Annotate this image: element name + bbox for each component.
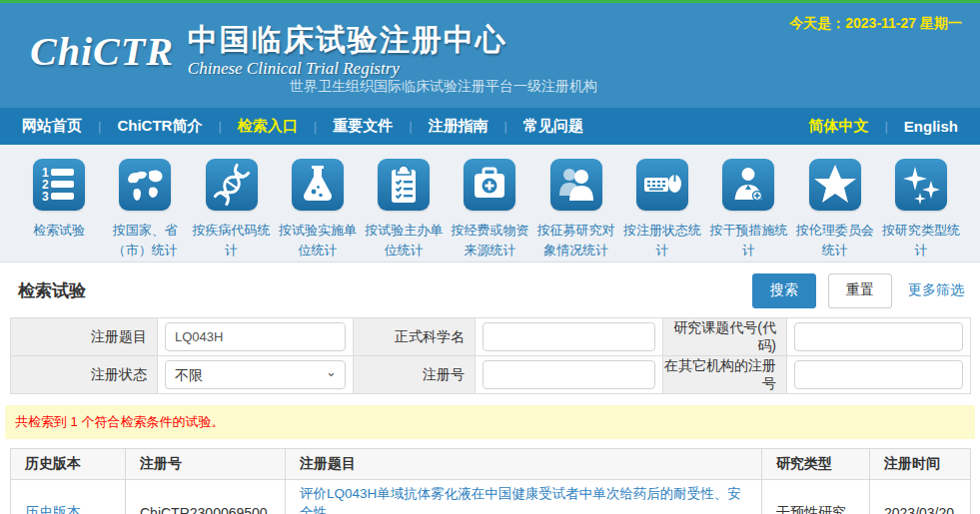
stat-item-by-intervention[interactable]: 按干预措施统计 [705, 159, 791, 261]
quick-stats-strip: 1 2 3 检索试验 按国家、省（市）统计 [0, 145, 980, 262]
registration-number-label: 注册号 [354, 356, 476, 394]
registration-status-select[interactable]: 不限 [165, 360, 346, 389]
clipboard-icon [378, 159, 430, 211]
nav-separator: | [98, 119, 101, 134]
nav-separator: | [884, 119, 887, 134]
nav-item-faq[interactable]: 常见问题 [519, 117, 587, 136]
lang-english-link[interactable]: English [900, 118, 962, 135]
table-row: 历史版本 ChiCTR2300069500 评价LQ043H单域抗体雾化液在中国… [11, 480, 971, 514]
search-panel: 检索试验 搜索 重置 更多筛选 注册题目 正式科学名 研究课题代号(代码) 注册… [0, 272, 980, 394]
flask-icon [292, 159, 344, 211]
results-header-row: 历史版本 注册号 注册题目 研究类型 注册时间 [11, 449, 971, 480]
stat-item-by-registration-status[interactable]: 按注册状态统计 [619, 159, 705, 261]
registration-number-cell: ChiCTR2300069500 [126, 480, 286, 514]
stat-item-by-study-type[interactable]: 按研究类型统计 [878, 159, 964, 261]
stat-label: 按干预措施统计 [705, 221, 791, 260]
search-form-table: 注册题目 正式科学名 研究课题代号(代码) 注册状态 不限 ⌄ 注册号 在其它机… [10, 317, 971, 394]
stat-label: 按试验主办单位统计 [361, 221, 447, 260]
other-registration-number-label: 在其它机构的注册号 [663, 356, 787, 394]
stat-item-by-recruitment-status[interactable]: 按征募研究对象情况统计 [533, 159, 619, 261]
registration-title-label: 注册题目 [11, 318, 158, 356]
world-map-icon [119, 159, 171, 211]
site-title-english: Chinese Clinical Trial Registry [188, 59, 507, 79]
stat-item-by-country-province[interactable]: 按国家、省（市）统计 [102, 159, 188, 261]
nav-separator: | [218, 119, 221, 134]
nav-item-search-entry[interactable]: 检索入口 [234, 117, 302, 136]
column-header-title: 注册题目 [286, 449, 762, 480]
more-filters-link[interactable]: 更多筛选 [908, 281, 964, 299]
stat-item-by-ethics-committee[interactable]: 按伦理委员会统计 [792, 159, 878, 261]
search-button[interactable]: 搜索 [752, 273, 816, 308]
doctor-icon [722, 159, 774, 211]
registration-status-label: 注册状态 [11, 356, 158, 394]
star-icon [809, 159, 861, 211]
stat-item-search-trials[interactable]: 1 2 3 检索试验 [16, 159, 102, 261]
who-accreditation-text: 世界卫生组织国际临床试验注册平台一级注册机构 [290, 78, 597, 96]
column-header-history: 历史版本 [11, 449, 126, 480]
keyboard-mouse-icon [636, 159, 688, 211]
stat-item-by-disease-code[interactable]: 按疾病代码统计 [189, 159, 275, 261]
study-type-cell: 干预性研究 [762, 480, 870, 514]
main-nav: 网站首页 | ChiCTR简介 | 检索入口 | 重要文件 | 注册指南 | 常… [0, 108, 980, 145]
numbered-list-icon: 1 2 3 [33, 159, 85, 211]
stat-label: 按征募研究对象情况统计 [533, 221, 619, 260]
scientific-name-input[interactable] [483, 322, 655, 351]
column-header-reg-date: 注册时间 [870, 449, 971, 480]
column-header-study-type: 研究类型 [762, 449, 870, 480]
study-code-label: 研究课题代号(代码) [663, 318, 787, 356]
nav-separator: | [504, 119, 507, 134]
registration-number-input[interactable] [483, 360, 655, 389]
nav-item-important-documents[interactable]: 重要文件 [329, 117, 397, 136]
nav-item-home[interactable]: 网站首页 [18, 117, 86, 136]
page-title: 检索试验 [18, 279, 86, 302]
sparkles-icon [895, 159, 947, 211]
nav-item-registration-guide[interactable]: 注册指南 [425, 117, 492, 136]
trial-title-link[interactable]: 评价LQ043H单域抗体雾化液在中国健康受试者中单次给药后的耐受性、安全性、… [300, 486, 741, 514]
svg-text:3: 3 [42, 190, 49, 204]
registration-title-input[interactable] [165, 322, 346, 351]
nav-separator: | [409, 119, 412, 134]
column-header-reg-no: 注册号 [126, 449, 286, 480]
stat-label: 按注册状态统计 [619, 221, 705, 260]
stat-label: 按试验实施单位统计 [275, 221, 361, 260]
registration-date-cell: 2023/03/20 [870, 480, 971, 514]
stat-label: 按研究类型统计 [878, 221, 964, 260]
nav-item-about[interactable]: ChiCTR简介 [113, 117, 206, 136]
stat-item-by-sponsor-unit[interactable]: 按试验主办单位统计 [361, 159, 447, 261]
stat-label: 按国家、省（市）统计 [102, 221, 188, 260]
chictr-logo: ChiCTR [30, 23, 174, 81]
history-version-link[interactable]: 历史版本 [25, 504, 81, 514]
stat-label: 按经费或物资来源统计 [447, 221, 532, 260]
scientific-name-label: 正式科学名 [354, 318, 476, 356]
site-title-chinese: 中国临床试验注册中心 [188, 23, 507, 57]
stat-label: 按伦理委员会统计 [792, 221, 878, 260]
medkit-icon [464, 159, 515, 211]
reset-button[interactable]: 重置 [828, 273, 892, 308]
today-date: 今天是：2023-11-27 星期一 [789, 15, 962, 33]
study-code-input[interactable] [794, 322, 963, 351]
results-section: 历史版本 注册号 注册题目 研究类型 注册时间 历史版本 ChiCTR23000… [0, 448, 980, 514]
result-count-message: 共检索到 1 个符合检索条件的试验。 [5, 405, 975, 439]
results-table: 历史版本 注册号 注册题目 研究类型 注册时间 历史版本 ChiCTR23000… [10, 448, 971, 514]
stat-item-by-implementing-unit[interactable]: 按试验实施单位统计 [275, 159, 361, 261]
nav-separator: | [314, 119, 317, 134]
stat-item-by-funding-source[interactable]: 按经费或物资来源统计 [447, 159, 532, 261]
stat-label: 检索试验 [16, 221, 102, 241]
site-header: ChiCTR 中国临床试验注册中心 Chinese Clinical Trial… [0, 3, 980, 108]
people-icon [550, 159, 602, 211]
lang-simplified-chinese-link[interactable]: 简体中文 [804, 117, 872, 136]
dna-icon [206, 159, 258, 211]
stat-label: 按疾病代码统计 [189, 221, 275, 260]
other-registration-number-input[interactable] [794, 360, 963, 389]
